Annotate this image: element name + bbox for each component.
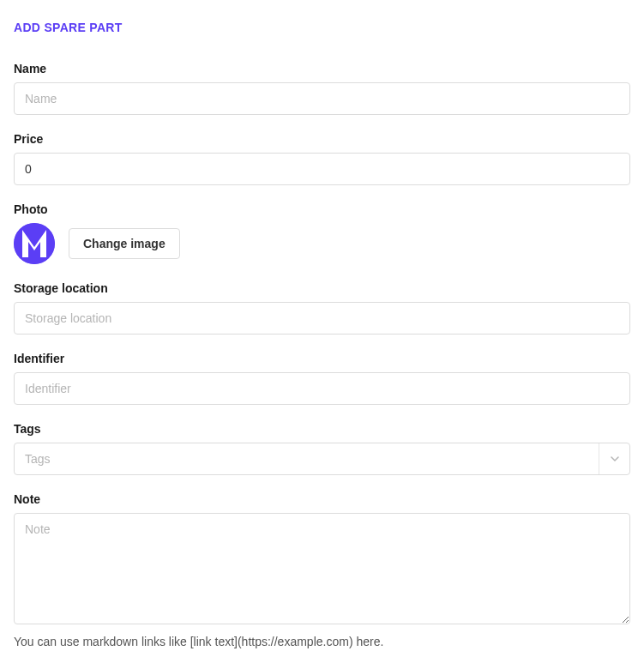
identifier-field-group: Identifier — [14, 352, 630, 405]
name-field-group: Name — [14, 62, 630, 115]
price-field-group: Price — [14, 132, 630, 185]
storage-location-field-group: Storage location — [14, 281, 630, 335]
note-help-text: You can use markdown links like [link te… — [14, 635, 630, 648]
note-label: Note — [14, 492, 630, 506]
photo-field-group: Photo Change image — [14, 202, 630, 264]
identifier-input[interactable] — [14, 372, 630, 405]
page-title: ADD SPARE PART — [14, 21, 630, 34]
chevron-down-icon — [599, 443, 629, 474]
price-input[interactable] — [14, 153, 630, 185]
photo-row: Change image — [14, 223, 630, 264]
tags-placeholder: Tags — [15, 443, 599, 474]
storage-location-input[interactable] — [14, 302, 630, 335]
tags-field-group: Tags Tags — [14, 422, 630, 475]
avatar-logo-icon — [14, 223, 55, 264]
tags-select[interactable]: Tags — [14, 443, 630, 475]
avatar — [14, 223, 55, 264]
change-image-button[interactable]: Change image — [69, 228, 180, 259]
svg-point-0 — [14, 223, 55, 264]
name-input[interactable] — [14, 82, 630, 115]
note-textarea[interactable] — [14, 513, 630, 624]
tags-label: Tags — [14, 422, 630, 436]
price-label: Price — [14, 132, 630, 146]
note-field-group: Note You can use markdown links like [li… — [14, 492, 630, 648]
name-label: Name — [14, 62, 630, 75]
identifier-label: Identifier — [14, 352, 630, 365]
photo-label: Photo — [14, 202, 630, 216]
storage-location-label: Storage location — [14, 281, 630, 295]
